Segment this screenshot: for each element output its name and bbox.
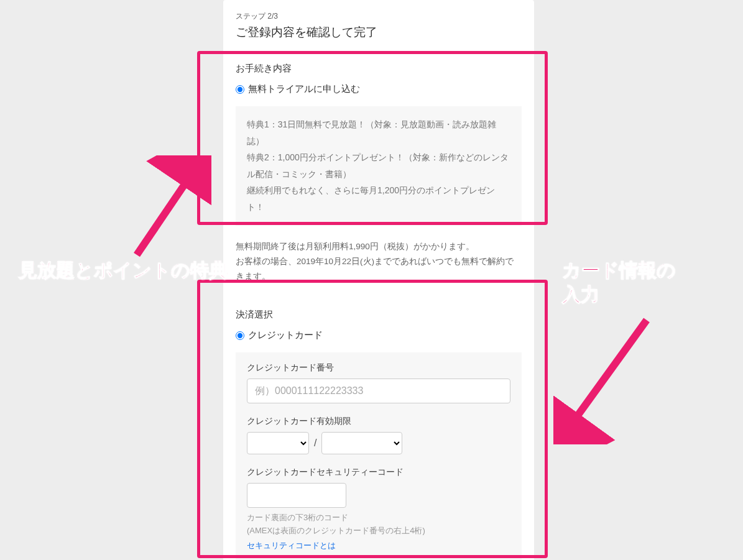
page-title: ご登録内容を確認して完了 bbox=[236, 24, 522, 40]
arrow-right-icon bbox=[553, 314, 659, 444]
procedure-heading: お手続き内容 bbox=[236, 63, 522, 75]
card-expiry-label: クレジットカード有効期限 bbox=[247, 416, 510, 427]
card-number-label: クレジットカード番号 bbox=[247, 362, 510, 374]
expiry-slash: / bbox=[314, 438, 316, 449]
card-security-hint: カード裏面の下3桁のコード(AMEXは表面のクレジットカード番号の右上4桁) bbox=[247, 512, 510, 538]
card-expiry-month-select[interactable] bbox=[247, 432, 309, 454]
trial-note: 無料期間終了後は月額利用料1,990円（税抜）がかかります。お客様の場合、201… bbox=[236, 239, 522, 285]
security-code-link[interactable]: セキュリティコードとは bbox=[247, 540, 336, 551]
card-security-label: クレジットカードセキュリティーコード bbox=[247, 467, 510, 478]
card-expiry-row: / bbox=[247, 432, 510, 454]
card-number-input[interactable] bbox=[247, 379, 510, 403]
arrow-left-icon bbox=[124, 155, 211, 261]
creditcard-radio[interactable] bbox=[236, 331, 244, 340]
registration-card: ステップ 2/3 ご登録内容を確認して完了 お手続き内容 無料トライアルに申し込… bbox=[223, 0, 534, 560]
card-security-input[interactable] bbox=[247, 483, 346, 508]
card-expiry-year-select[interactable] bbox=[321, 432, 402, 454]
trial-radio-label: 無料トライアルに申し込む bbox=[248, 83, 360, 95]
trial-radio[interactable] bbox=[236, 85, 244, 94]
creditcard-form: クレジットカード番号 クレジットカード有効期限 / クレジットカードセキュリティ… bbox=[236, 352, 522, 560]
trial-radio-row[interactable]: 無料トライアルに申し込む bbox=[236, 83, 522, 95]
payment-heading: 決済選択 bbox=[236, 309, 522, 321]
svg-line-0 bbox=[137, 168, 196, 255]
step-indicator: ステップ 2/3 bbox=[236, 11, 522, 22]
creditcard-radio-label: クレジットカード bbox=[248, 329, 323, 341]
creditcard-radio-row[interactable]: クレジットカード bbox=[236, 329, 522, 341]
callout-benefits: 見放題とポイントの特典 bbox=[19, 258, 228, 282]
svg-line-1 bbox=[566, 320, 647, 432]
callout-payment: カード情報の入力 bbox=[562, 258, 676, 306]
benefits-box: 特典1：31日間無料で見放題！（対象：見放題動画・読み放題雑誌）特典2：1,00… bbox=[236, 106, 522, 226]
